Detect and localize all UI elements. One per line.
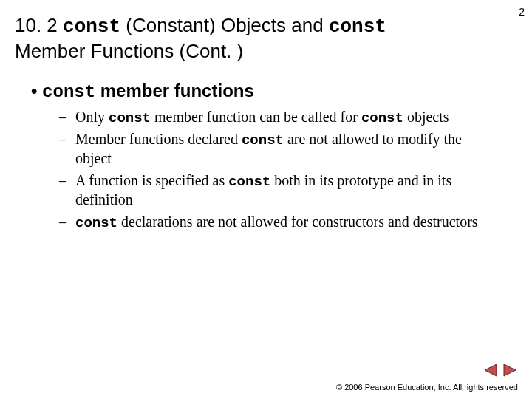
next-arrow-button[interactable] <box>502 364 517 377</box>
page-number: 2 <box>519 6 525 18</box>
svg-marker-1 <box>504 364 516 376</box>
title-keyword-1: const <box>63 16 120 38</box>
dash-mark: – <box>59 108 75 127</box>
list-item: – A function is specified as const both … <box>59 171 495 210</box>
arrow-right-icon <box>502 364 517 377</box>
title-suffix: Member Functions (Cont. ) <box>15 40 243 62</box>
slide: 2 10. 2 const (Constant) Objects and con… <box>0 0 532 399</box>
svg-marker-0 <box>485 364 497 376</box>
list-item-text: A function is specified as const both in… <box>75 171 495 210</box>
title-mid: (Constant) Objects and <box>120 14 329 36</box>
title-prefix: 10. 2 <box>15 14 63 36</box>
slide-title: 10. 2 const (Constant) Objects and const… <box>15 13 458 64</box>
dash-mark: – <box>59 130 75 168</box>
nav-arrow-group <box>483 364 517 377</box>
list-item-text: const declarations are not allowed for c… <box>75 213 495 232</box>
prev-arrow-button[interactable] <box>483 364 498 377</box>
list-item: – const declarations are not allowed for… <box>59 213 495 232</box>
list-item: – Member functions declared const are no… <box>59 130 495 168</box>
sub-bullet-list: – Only const member function can be call… <box>59 108 495 232</box>
title-keyword-2: const <box>329 16 386 38</box>
list-item-text: Member functions declared const are not … <box>75 130 495 168</box>
bullet-heading: • const member functions <box>31 81 511 102</box>
copyright-footer: © 2006 Pearson Education, Inc. All right… <box>336 383 520 392</box>
bullet-mark: • <box>31 81 37 100</box>
heading-keyword: const <box>42 82 95 102</box>
list-item: – Only const member function can be call… <box>59 108 495 127</box>
list-item-text: Only const member function can be called… <box>75 108 495 127</box>
arrow-left-icon <box>483 364 498 377</box>
dash-mark: – <box>59 213 75 232</box>
dash-mark: – <box>59 171 75 210</box>
heading-rest: member functions <box>95 81 254 100</box>
